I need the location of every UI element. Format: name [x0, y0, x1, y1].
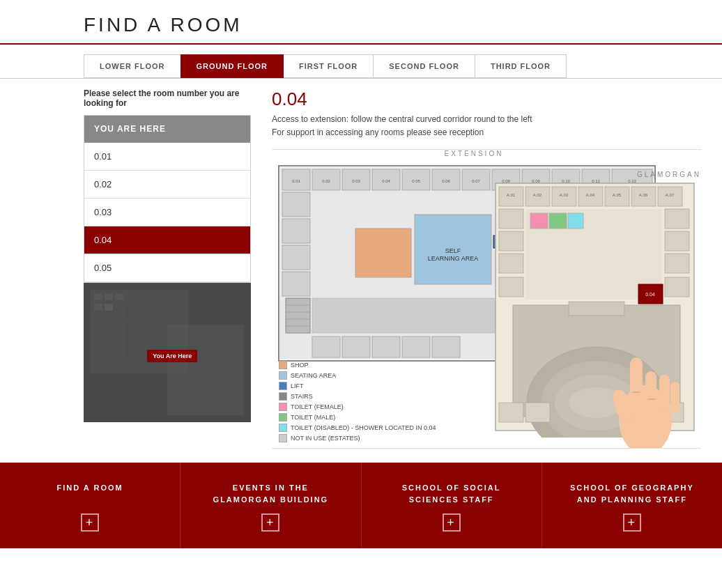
svg-text:0.04: 0.04	[382, 179, 390, 183]
legend-swatch-stairs	[279, 392, 287, 401]
svg-rect-105	[659, 375, 670, 413]
you-are-here-header: YOU ARE HERE	[84, 116, 250, 143]
svg-text:A.02: A.02	[533, 193, 542, 197]
legend-swatch-toilet-disabled	[279, 424, 287, 432]
legend-swatch-toilet-female	[279, 403, 287, 411]
tab-second-floor[interactable]: SECOND FLOOR	[373, 54, 475, 78]
mini-map: You Are Here	[84, 283, 251, 422]
svg-rect-93	[525, 403, 550, 422]
svg-text:A.01: A.01	[507, 193, 516, 197]
tile-plus-find-room[interactable]: +	[81, 513, 99, 532]
extension-label: EXTENSION	[272, 150, 676, 157]
svg-rect-79	[499, 277, 523, 297]
floor-tabs: LOWER FLOOR GROUND FLOOR FIRST FLOOR SEC…	[0, 45, 722, 79]
svg-text:A.06: A.06	[639, 193, 648, 197]
tab-third-floor[interactable]: THIRD FLOOR	[475, 54, 567, 78]
room-item-004[interactable]: 0.04	[84, 226, 250, 254]
tile-events-glamorgan[interactable]: EVENTS IN THE GLAMORGAN BUILDING +	[180, 463, 361, 548]
svg-text:A.07: A.07	[666, 193, 675, 197]
svg-text:0.06: 0.06	[442, 179, 450, 183]
legend-swatch-shop	[279, 361, 287, 369]
svg-text:A.03: A.03	[560, 193, 569, 197]
svg-text:A.04: A.04	[586, 193, 595, 197]
svg-rect-104	[645, 371, 656, 413]
svg-rect-28	[282, 272, 310, 296]
tile-label-geography: SCHOOL OF GEOGRAPHY AND PLANNING STAFF	[570, 482, 694, 505]
svg-rect-88	[549, 213, 567, 229]
tab-ground-floor[interactable]: GROUND FLOOR	[180, 54, 284, 78]
room-list-container: YOU ARE HERE 0.01 0.02 0.03 0.04 0.05	[84, 115, 251, 283]
svg-rect-92	[499, 403, 523, 422]
svg-text:0.02: 0.02	[322, 179, 330, 183]
legend-swatch-toilet-male	[279, 413, 287, 421]
tile-label-social: SCHOOL OF SOCIAL SCIENCES STAFF	[402, 482, 501, 505]
svg-rect-47	[286, 298, 310, 333]
tab-first-floor[interactable]: FIRST FLOOR	[283, 54, 374, 78]
room-item-002[interactable]: 0.02	[84, 171, 250, 199]
svg-rect-106	[670, 382, 679, 413]
room-list: 0.01 0.02 0.03 0.04 0.05	[84, 143, 250, 282]
legend-not-in-use: NOT IN USE (ESTATES)	[279, 434, 436, 442]
svg-text:0.04: 0.04	[645, 292, 655, 297]
svg-rect-75	[665, 277, 689, 297]
svg-rect-89	[568, 213, 583, 229]
svg-text:A.05: A.05	[613, 193, 622, 197]
svg-rect-87	[530, 213, 548, 229]
svg-rect-41	[312, 336, 340, 357]
main-content: Please select the room number you are lo…	[0, 79, 722, 449]
right-panel: 0.04 Access to extension: follow the cen…	[272, 88, 701, 449]
svg-rect-78	[499, 254, 523, 273]
svg-text:SELF: SELF	[445, 247, 461, 254]
legend-toilet-disabled: TOILET (DISABLED) - SHOWER LOCATED IN 0.…	[279, 424, 436, 432]
tab-lower-floor[interactable]: LOWER FLOOR	[84, 54, 181, 78]
glamorgan-label: GLAMORGAN	[492, 171, 701, 178]
room-item-005[interactable]: 0.05	[84, 254, 250, 282]
svg-rect-73	[665, 231, 689, 251]
bottom-tiles: FIND A ROOM + EVENTS IN THE GLAMORGAN BU…	[0, 463, 722, 548]
svg-rect-86	[569, 302, 624, 316]
svg-rect-26	[282, 219, 310, 243]
left-panel: Please select the room number you are lo…	[84, 88, 258, 449]
room-desc-line2: For support in accessing any rooms pleas…	[272, 127, 484, 137]
svg-rect-74	[665, 254, 689, 273]
svg-text:0.07: 0.07	[472, 179, 480, 183]
legend-stairs: STAIRS	[279, 392, 436, 401]
tile-social-sciences[interactable]: SCHOOL OF SOCIAL SCIENCES STAFF +	[362, 463, 542, 548]
legend-swatch-lift	[279, 382, 287, 390]
room-item-003[interactable]: 0.03	[84, 199, 250, 226]
tile-plus-geography[interactable]: +	[623, 513, 641, 532]
legend-shop: SHOP	[279, 361, 436, 369]
legend-swatch-seating	[279, 371, 287, 380]
hand-pointer-icon	[604, 316, 687, 449]
page-header: FIND A ROOM	[0, 0, 722, 45]
tile-geography-planning[interactable]: SCHOOL OF GEOGRAPHY AND PLANNING STAFF +	[542, 463, 722, 548]
tile-find-a-room[interactable]: FIND A ROOM +	[0, 463, 180, 548]
legend: SHOP SEATING AREA LIFT STAIRS TOILET (FE…	[279, 361, 436, 444]
svg-rect-44	[402, 336, 430, 357]
tile-label-events: EVENTS IN THE GLAMORGAN BUILDING	[213, 482, 329, 505]
room-desc-line1: Access to extension: follow the central …	[272, 114, 532, 124]
svg-text:0.01: 0.01	[292, 179, 300, 183]
legend-toilet-female: TOILET (FEMALE)	[279, 403, 436, 411]
tile-plus-events[interactable]: +	[261, 513, 279, 532]
svg-rect-103	[630, 357, 643, 406]
svg-rect-42	[342, 336, 370, 357]
you-are-here-badge: You Are Here	[147, 350, 197, 362]
room-description: Access to extension: follow the central …	[272, 113, 701, 139]
tile-label-find-room: FIND A ROOM	[57, 482, 123, 494]
svg-rect-45	[432, 336, 460, 357]
svg-rect-76	[499, 209, 523, 229]
svg-rect-27	[282, 245, 310, 270]
tile-plus-social[interactable]: +	[443, 513, 461, 532]
svg-rect-33	[355, 229, 411, 277]
svg-rect-72	[665, 209, 689, 229]
svg-text:0.05: 0.05	[412, 179, 420, 183]
svg-text:LEARNING AREA: LEARNING AREA	[428, 255, 479, 262]
svg-rect-77	[499, 231, 523, 251]
svg-rect-25	[282, 192, 310, 217]
legend-lift: LIFT	[279, 382, 436, 390]
room-item-001[interactable]: 0.01	[84, 143, 250, 171]
floorplan-container: EXTENSION	[272, 149, 701, 449]
legend-swatch-not-in-use	[279, 434, 287, 442]
legend-toilet-male: TOILET (MALE)	[279, 413, 436, 421]
